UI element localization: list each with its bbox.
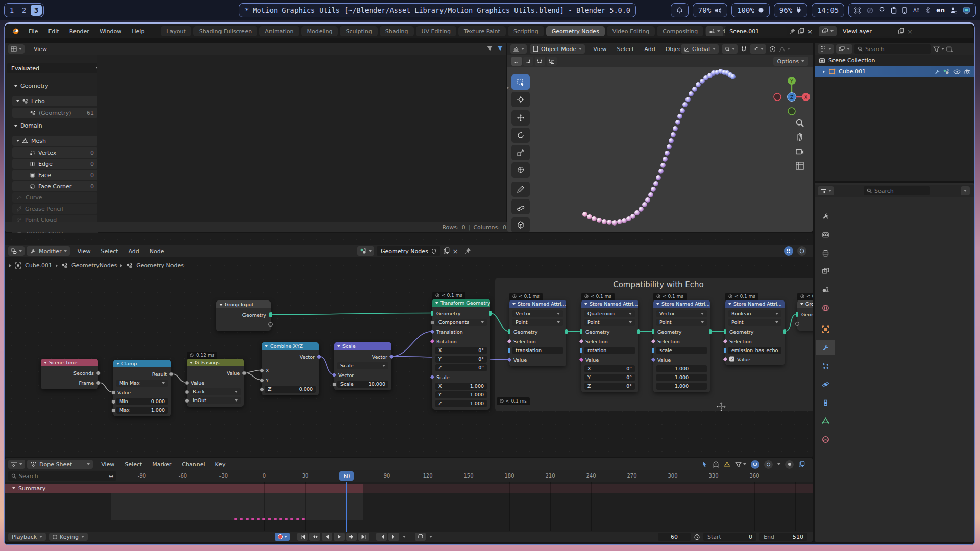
socket-string[interactable] xyxy=(508,348,510,353)
editor-type-button[interactable] xyxy=(818,44,834,54)
node-menu-node[interactable]: Node xyxy=(144,248,169,255)
play-button[interactable] xyxy=(334,533,345,541)
select-mode-intersect[interactable] xyxy=(547,57,557,66)
workspace-tab-sculpting[interactable]: Sculpting xyxy=(340,26,377,36)
socket-geometry[interactable] xyxy=(783,329,786,334)
properties-search[interactable]: Search xyxy=(864,186,930,195)
dope-menu-select[interactable]: Select xyxy=(119,461,147,468)
socket-virtual[interactable] xyxy=(268,322,273,327)
socket-geometry[interactable] xyxy=(652,329,654,334)
proportional-keys-toggle[interactable] xyxy=(764,460,773,469)
select-mode-new[interactable] xyxy=(511,57,522,66)
clock[interactable]: 14:05 xyxy=(812,3,844,17)
system-tray[interactable]: Aen xyxy=(848,3,976,17)
phone-icon[interactable] xyxy=(902,7,907,14)
frame-back-button[interactable] xyxy=(376,533,387,541)
workspace-button-2[interactable]: 2 xyxy=(18,5,30,16)
pin-icon[interactable] xyxy=(789,28,796,35)
node-group-name-field[interactable]: Geometry Nodes xyxy=(377,246,440,256)
socket-geometry[interactable] xyxy=(796,312,798,317)
node-menu-view[interactable]: View xyxy=(72,248,95,255)
workspace-tab-geometry-nodes[interactable]: Geometry Nodes xyxy=(546,26,605,36)
editor-type-button[interactable] xyxy=(818,186,834,195)
viewlayer-name-field[interactable]: ViewLayer xyxy=(839,26,896,36)
outliner-search[interactable]: Search xyxy=(854,44,931,54)
keyframe-dash[interactable] xyxy=(285,518,288,520)
workspace-button-3[interactable]: 3 xyxy=(31,5,42,16)
tool-select-box[interactable] xyxy=(511,74,530,90)
navigation-gizmo[interactable]: Y X Z xyxy=(766,76,810,119)
filter-button[interactable] xyxy=(735,461,746,468)
camera-view-icon[interactable] xyxy=(795,147,804,156)
socket-float[interactable] xyxy=(260,387,264,392)
night-light-icon[interactable] xyxy=(879,7,885,14)
dope-menu-channel[interactable]: Channel xyxy=(177,461,210,468)
tool-measure[interactable] xyxy=(511,199,530,214)
shield-icon[interactable] xyxy=(431,248,436,254)
keyframe-dash[interactable] xyxy=(257,518,260,520)
new-collection-icon[interactable] xyxy=(946,45,953,53)
socket-geometry[interactable] xyxy=(489,311,492,316)
duplicate-viewlayer-icon[interactable] xyxy=(898,28,905,35)
spreadsheet-row-face-corner[interactable]: Face Corner0 xyxy=(12,181,98,191)
overlays-toggle[interactable] xyxy=(797,246,806,256)
spreadsheet-row-curve[interactable]: Curve xyxy=(12,192,98,203)
menu-file[interactable]: File xyxy=(23,28,43,35)
volume-indicator[interactable]: 70% xyxy=(693,3,727,17)
tab-particles[interactable] xyxy=(816,358,835,373)
breadcrumb-item[interactable]: GeometryNodes xyxy=(71,262,117,269)
display-mode-button[interactable] xyxy=(836,44,852,54)
tab-output[interactable] xyxy=(816,245,835,260)
scene-name-field[interactable]: Scene.001 xyxy=(725,26,787,36)
workspace-tab-scripting[interactable]: Scripting xyxy=(508,26,544,36)
socket-float[interactable] xyxy=(242,371,247,375)
proportional-edit-icon[interactable] xyxy=(769,46,776,53)
unlink-node-group-icon[interactable]: × xyxy=(453,247,458,255)
render-visibility-icon[interactable] xyxy=(964,69,971,75)
play-reverse-button[interactable] xyxy=(322,533,332,541)
timeline-ruler[interactable]: -90-60-300306090120150180210240270300330… xyxy=(5,470,813,482)
keyframe-dash[interactable] xyxy=(268,518,271,520)
frame-jump-options[interactable] xyxy=(403,536,406,538)
channel-search[interactable]: Search ↔ xyxy=(8,471,116,481)
viewport-menu-add[interactable]: Add xyxy=(639,46,660,53)
do-not-disturb-icon[interactable] xyxy=(867,7,873,14)
keying-menu[interactable]: Keying xyxy=(49,533,88,541)
socket-float[interactable] xyxy=(185,398,189,403)
socket-geometry[interactable] xyxy=(270,312,272,317)
filter-invert-icon[interactable]: ↔ xyxy=(109,473,113,480)
keying-set-dot[interactable] xyxy=(785,460,794,469)
spreadsheet-row-mesh[interactable]: Mesh xyxy=(12,136,98,146)
prev-keyframe-button[interactable] xyxy=(309,533,320,541)
duplicate-node-group-icon[interactable] xyxy=(443,247,450,255)
spreadsheet-section-geometry[interactable]: Geometry xyxy=(14,83,48,89)
dataset-mode-dropdown[interactable]: Evaluated xyxy=(7,63,103,73)
playback-menu[interactable]: Playback xyxy=(8,533,46,541)
spreadsheet-section-domain[interactable]: Domain xyxy=(14,122,42,129)
tab-object[interactable] xyxy=(816,321,835,337)
node-menu-select[interactable]: Select xyxy=(96,248,124,255)
keyframe-dash[interactable] xyxy=(234,518,237,520)
dope-menu-marker[interactable]: Marker xyxy=(147,461,177,468)
options-dropdown[interactable]: Options xyxy=(773,57,808,66)
workspace-tab-shading-fullscreen[interactable]: Shading Fullscreen xyxy=(193,26,258,36)
modifier-wrench-icon[interactable] xyxy=(934,69,940,75)
viewport-menu-view[interactable]: View xyxy=(588,46,611,53)
socket-float[interactable] xyxy=(111,408,116,413)
tab-material[interactable] xyxy=(816,432,835,447)
editor-type-button[interactable] xyxy=(8,44,24,54)
zoom-icon[interactable] xyxy=(795,118,804,128)
tab-render[interactable] xyxy=(816,227,835,242)
gizmo-x-neg[interactable] xyxy=(774,93,781,101)
workspace-tab-video-editing[interactable]: Video Editing xyxy=(607,26,655,36)
menu-edit[interactable]: Edit xyxy=(43,28,64,35)
node-clamp[interactable]: ClampResultMin MaxValueMin0.000Max1.000 xyxy=(113,360,171,416)
spreadsheet-row-grease-pencil[interactable]: Grease Pencil xyxy=(12,204,98,214)
keyframe-dash[interactable] xyxy=(240,518,243,520)
pan-hand-icon[interactable] xyxy=(795,133,804,142)
socket-float[interactable] xyxy=(185,381,189,385)
dope-menu-key[interactable]: Key xyxy=(210,461,231,468)
tool-add-primitive[interactable] xyxy=(511,217,530,232)
node-menu-add[interactable]: Add xyxy=(124,248,144,255)
keyframe-dash[interactable] xyxy=(296,518,299,520)
